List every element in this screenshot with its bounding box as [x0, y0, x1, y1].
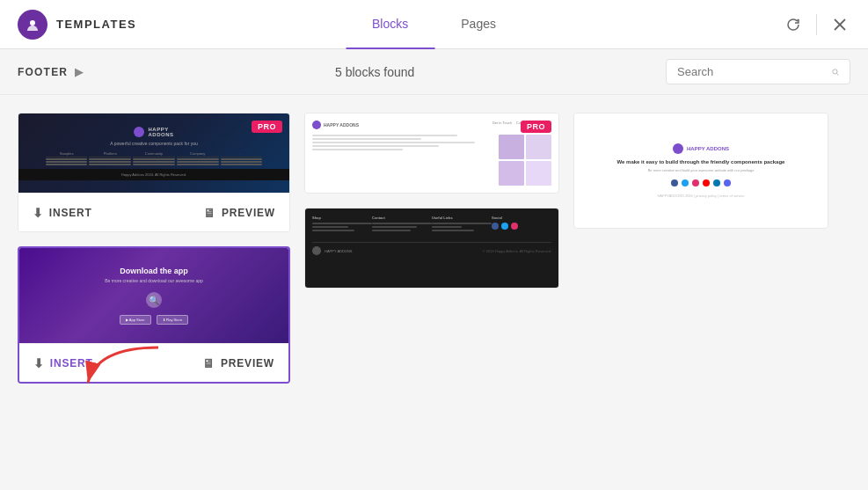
card-3-logo-text: HAPPY ADDONS [324, 122, 359, 128]
card-5-sub: Be more creative and build your awesome … [648, 168, 755, 173]
category-text: FOOTER [18, 66, 68, 78]
card-1-logo: HAPPYADDONS [134, 127, 173, 137]
blocks-count: 5 blocks found [84, 65, 666, 79]
card-2-sub: Be more creative and download our awesom… [105, 278, 202, 283]
card-5-logo: HAPPY ADDONS [673, 143, 729, 154]
social-instagram [692, 179, 699, 186]
card-1-tagline: A powerful creative components pack for … [110, 141, 198, 146]
col-title: Social [492, 216, 551, 220]
block-card-5[interactable]: HAPPY ADDONS We make it easy to build th… [573, 113, 828, 229]
card-3-logo: HAPPY ADDONS [312, 121, 359, 129]
card-1-grid: Samples Platform Community Company . [46, 151, 262, 165]
card-2-preview-button[interactable]: 🖥 PREVIEW [202, 356, 274, 370]
tab-blocks[interactable]: Blocks [346, 0, 434, 49]
search-icon [832, 66, 839, 78]
card-2-insert-label: INSERT [50, 357, 93, 369]
close-icon [834, 18, 846, 31]
card-1-actions: ⬇ INSERT 🖥 PREVIEW [18, 193, 289, 231]
card-2-actions: ⬇ INSERT 🖥 PREVIEW [19, 343, 288, 382]
social-linkedin [713, 179, 720, 186]
card-4-col-3: Useful Links [432, 216, 492, 233]
card-3-nav-1: Get in Touch [492, 121, 512, 129]
card-1-footer-bar: Happy Addons 2024. All Rights Reserved. [18, 169, 289, 180]
card-5-logo-circle [673, 143, 683, 154]
col-line [372, 226, 417, 228]
refresh-icon [786, 18, 800, 32]
card-5-thumbnail: HAPPY ADDONS We make it easy to build th… [574, 113, 828, 228]
card-1-logo-text: HAPPYADDONS [148, 127, 173, 137]
col-line [312, 226, 348, 228]
img-placeholder [499, 161, 524, 186]
card-4-thumbnail: Shop Contact Useful Links [305, 208, 558, 288]
column-right: HAPPY ADDONS We make it easy to build th… [573, 113, 828, 472]
card-2-title: Download the app [120, 267, 188, 275]
card-1-insert-button[interactable]: ⬇ INSERT [33, 206, 92, 220]
col-line [432, 226, 462, 228]
card-4-col-2: Contact [372, 216, 432, 233]
card-3-text-col [312, 135, 493, 186]
insert-icon-2: ⬇ [33, 356, 45, 370]
img-placeholder [526, 135, 551, 159]
insert-icon: ⬇ [33, 206, 44, 220]
search-box [666, 59, 850, 84]
col-line [432, 230, 474, 231]
block-card-1[interactable]: HAPPYADDONS A powerful creative componen… [18, 113, 290, 232]
card-4-top: Shop Contact Useful Links [312, 216, 551, 233]
app-title: TEMPLATES [56, 18, 136, 31]
close-button[interactable] [826, 11, 854, 39]
img-placeholder [499, 135, 524, 159]
col-line [372, 223, 432, 224]
card-2-insert-button[interactable]: ⬇ INSERT [33, 356, 93, 370]
header-actions [765, 11, 868, 39]
card-4-logo-text: HAPPY ADDONS [325, 249, 353, 253]
app-header: TEMPLATES Blocks Pages [0, 0, 868, 49]
search-input[interactable] [677, 65, 825, 78]
app-logo [18, 10, 47, 40]
img-placeholder [526, 161, 551, 186]
column-left: HAPPYADDONS A powerful creative componen… [18, 113, 290, 472]
card-2-btns: ▶ App Store ⬇ Play Store [120, 315, 188, 325]
refresh-button[interactable] [779, 11, 807, 39]
text-line [312, 145, 439, 147]
column-mid: HAPPY ADDONS Get in Touch Company Instag… [304, 113, 559, 472]
card-1-pro-badge: PRO [252, 121, 282, 133]
card-2-preview-label: PREVIEW [221, 357, 274, 369]
col-line [432, 223, 492, 224]
card-1-preview-button[interactable]: 🖥 PREVIEW [203, 206, 275, 220]
text-line [312, 138, 421, 140]
card-2-btn-1: ▶ App Store [120, 315, 151, 325]
col-line [312, 223, 372, 224]
card-3-content [312, 135, 551, 186]
card-2-btn-2: ⬇ Play Store [157, 315, 189, 325]
card-5-copyright: HAPPYADDONS 2024 | privacy policy | term… [657, 194, 744, 198]
card-5-title: We make it easy to build through the fri… [617, 159, 785, 165]
card-5-logo-text: HAPPY ADDONS [687, 146, 729, 151]
subheader: FOOTER ▶ 5 blocks found [0, 49, 868, 95]
tab-pages[interactable]: Pages [434, 0, 522, 49]
card-3-thumbnail: HAPPY ADDONS Get in Touch Company Instag… [305, 113, 558, 193]
social-twitter [682, 179, 689, 186]
zoom-icon: 🔍 [146, 292, 162, 308]
header-divider [816, 14, 817, 35]
card-3-image-grid [499, 135, 551, 186]
social-youtube [703, 179, 710, 186]
social-icon [501, 223, 508, 230]
preview-icon-2: 🖥 [202, 356, 215, 370]
main-content: HAPPYADDONS A powerful creative componen… [0, 95, 868, 490]
social-facebook [671, 179, 678, 186]
svg-line-5 [836, 73, 838, 75]
header-tabs: Blocks Pages [346, 0, 522, 49]
card-1-logo-circle [134, 127, 144, 137]
chevron-right-icon: ▶ [75, 66, 84, 78]
block-card-2[interactable]: Download the app Be more creative and do… [18, 246, 290, 384]
block-card-4[interactable]: Shop Contact Useful Links [304, 208, 559, 289]
social-icon [511, 223, 518, 230]
card-2-thumbnail: Download the app Be more creative and do… [19, 248, 288, 343]
col-line [372, 230, 411, 231]
col-title: Contact [372, 216, 432, 220]
col-line [312, 230, 354, 231]
col-title: Useful Links [432, 216, 492, 220]
logo-area: TEMPLATES [0, 10, 176, 40]
block-card-3[interactable]: HAPPY ADDONS Get in Touch Company Instag… [304, 113, 559, 194]
card-4-logo-circle [312, 246, 321, 255]
